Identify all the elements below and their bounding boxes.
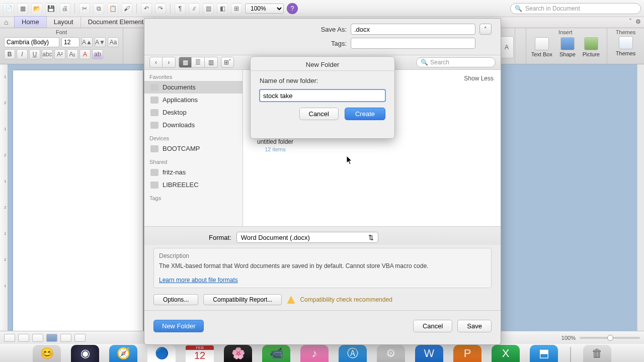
dock-trash-icon[interactable]: 🗑 [583,345,611,362]
textbox-button[interactable]: Text Box [531,37,552,57]
print-icon[interactable]: 🖨 [59,3,70,14]
finder-search-field[interactable]: 🔍 Search [416,57,496,67]
save-as-input[interactable] [351,24,475,35]
sidebar-item-libreelec[interactable]: LIBREELEC [144,178,243,191]
new-folder-name-input[interactable] [260,89,385,102]
undo-icon[interactable]: ↶ [141,3,152,14]
paste-icon[interactable]: 📋 [107,3,118,14]
subscript-icon[interactable]: A₂ [67,49,78,59]
zoom-select[interactable]: 100% [245,4,284,14]
outline-view-icon[interactable] [18,334,29,342]
sidebar-item-applications[interactable]: Applications [144,94,243,106]
highlight-icon[interactable]: ab [92,49,103,59]
dock-appstore-icon[interactable]: Ⓐ [339,345,367,362]
dock-photos-icon[interactable]: 🌸 [224,345,252,362]
new-folder-create-button[interactable]: Create [345,108,385,120]
search-document-field[interactable]: 🔍 Search in Document [510,3,641,14]
superscript-icon[interactable]: A² [54,49,65,59]
dock-word-icon[interactable]: W [415,345,443,362]
draft-view-icon[interactable] [4,334,15,342]
styles-icon[interactable]: A [500,36,514,58]
dock-facetime-icon[interactable]: 📹 [262,345,290,362]
grow-font-icon[interactable]: A▲ [82,37,93,47]
vertical-scrollbar[interactable] [637,64,644,331]
themes-button[interactable]: Themes [616,36,636,56]
new-doc-icon[interactable]: 📄 [3,3,14,14]
zoom-slider[interactable] [580,337,640,339]
cancel-button[interactable]: Cancel [413,320,452,332]
select-chevron-icon: ⇅ [368,234,374,241]
bold-icon[interactable]: B [4,49,15,59]
copy-icon[interactable]: ⧉ [93,3,104,14]
redo-icon[interactable]: ↷ [155,3,166,14]
save-icon[interactable]: 💾 [45,3,56,14]
underline-icon[interactable]: U [29,49,40,59]
sidebar-item-bootcamp[interactable]: BOOTCAMP [144,142,243,155]
column-view-button[interactable]: ▥ [205,57,218,68]
new-folder-cancel-button[interactable]: Cancel [299,108,339,120]
icon-view-button[interactable]: ▦ [179,57,192,68]
tags-label: Tags: [315,40,347,47]
sidebar-item-desktop[interactable]: Desktop [144,106,243,119]
sidebar-item-downloads[interactable]: Downloads [144,119,243,131]
dock-calendar-icon[interactable]: FEB 12 [186,345,214,362]
home-icon[interactable]: ⌂ [4,18,8,26]
compatibility-report-button[interactable]: Compatibility Report... [203,294,282,305]
format-painter-icon[interactable]: 🖌 [121,3,132,14]
help-icon[interactable]: ? [287,3,298,14]
notebook-view-icon[interactable] [60,334,71,342]
publishing-view-icon[interactable] [32,334,43,342]
tab-home[interactable]: Home [14,16,47,28]
font-size-select[interactable] [61,37,79,47]
format-select[interactable]: Word Document (.docx) ⇅ [236,232,378,243]
dock-siri-icon[interactable]: ◉ [71,345,99,362]
ribbon-collapse-icon[interactable]: ˇ [629,18,631,25]
group-by-button[interactable]: ⊞ˇ [221,57,234,68]
gallery-icon[interactable]: ⊞ [231,3,242,14]
options-button[interactable]: Options... [153,294,198,305]
shape-button[interactable]: Shape [559,37,576,57]
dock-powerpoint-icon[interactable]: P [453,345,481,362]
tags-input[interactable] [351,38,475,49]
folder-name: untitled folder [257,138,293,145]
shrink-font-icon[interactable]: A▼ [95,37,106,47]
dock-excel-icon[interactable]: X [492,345,520,362]
print-layout-view-icon[interactable] [46,334,57,342]
picture-button[interactable]: Picture [583,37,600,57]
font-name-select[interactable] [4,37,59,47]
new-folder-button[interactable]: New Folder [153,320,204,332]
sidebar-item-documents[interactable]: Documents [144,81,243,94]
format-row: Format: Word Document (.docx) ⇅ [144,227,501,245]
tab-layout[interactable]: Layout [47,17,81,28]
cut-icon[interactable]: ✂ [79,3,90,14]
margins-icon[interactable]: ⫽ [189,3,200,14]
expand-collapse-button[interactable]: ˄ [479,24,492,35]
pilcrow-icon[interactable]: ¶ [175,3,186,14]
open-icon[interactable]: 📂 [31,3,42,14]
template-icon[interactable]: ▦ [17,3,28,14]
description-header: Description [159,252,486,259]
back-button[interactable]: ‹ [149,57,163,68]
forward-button[interactable]: › [163,57,176,68]
clear-format-icon[interactable]: Aa [108,37,119,47]
document-page[interactable] [13,70,143,331]
dock-safari-icon[interactable]: 🧭 [109,345,137,362]
learn-more-link[interactable]: Learn more about file formats [159,277,238,284]
dock-finder-icon[interactable]: 😊 [33,345,61,362]
dock-chrome-icon[interactable]: 🔵 [147,345,176,362]
ribbon-settings-icon[interactable]: ⚙ [635,18,641,25]
list-view-button[interactable]: ☰ [192,57,205,68]
dock-preferences-icon[interactable]: ⚙ [377,345,405,362]
font-color-icon[interactable]: A [79,49,91,59]
tab-document-elements[interactable]: Document Elements [81,17,154,28]
focus-view-icon[interactable] [74,334,86,342]
sidebar-item-fritznas[interactable]: fritz-nas [144,166,243,178]
strikethrough-icon[interactable]: abc [42,49,53,59]
dock-app-icon[interactable]: ⬒ [530,345,558,362]
dock-itunes-icon[interactable]: ♪ [300,345,329,362]
show-less-button[interactable]: Show Less [464,75,494,82]
save-button[interactable]: Save [457,320,492,332]
sidebar-icon[interactable]: ◧ [217,3,228,14]
columns-icon[interactable]: ▥ [203,3,214,14]
italic-icon[interactable]: I [17,49,28,59]
